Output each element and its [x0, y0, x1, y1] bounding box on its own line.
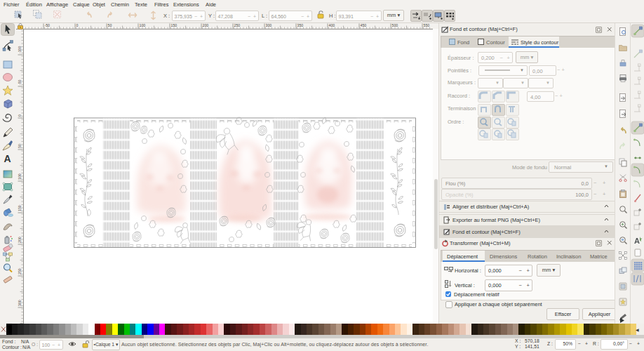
svg-text:200: 200: [203, 23, 209, 27]
svg-text:500: 500: [392, 23, 398, 27]
svg-text:550: 550: [424, 23, 430, 27]
svg-text:300: 300: [266, 23, 272, 27]
svg-text:150: 150: [171, 23, 177, 27]
svg-text:50: 50: [108, 23, 112, 27]
svg-text:350: 350: [297, 23, 304, 27]
svg-text:-50: -50: [18, 79, 22, 85]
svg-text:50: 50: [18, 144, 22, 148]
svg-text:400: 400: [329, 23, 335, 27]
svg-text:100: 100: [140, 23, 146, 27]
svg-text:0: 0: [76, 23, 79, 27]
svg-text:200: 200: [18, 237, 22, 243]
svg-text:A: A: [4, 153, 11, 164]
svg-text:-100: -100: [18, 46, 22, 53]
svg-text:A: A: [634, 237, 640, 245]
svg-text:100: 100: [18, 173, 22, 180]
svg-text:0: 0: [18, 114, 22, 117]
svg-text:450: 450: [361, 23, 367, 27]
svg-text:-50: -50: [45, 23, 51, 27]
svg-text:300: 300: [18, 300, 22, 306]
svg-text:250: 250: [18, 268, 22, 274]
svg-text:250: 250: [234, 23, 241, 27]
svg-text:150: 150: [18, 205, 22, 211]
